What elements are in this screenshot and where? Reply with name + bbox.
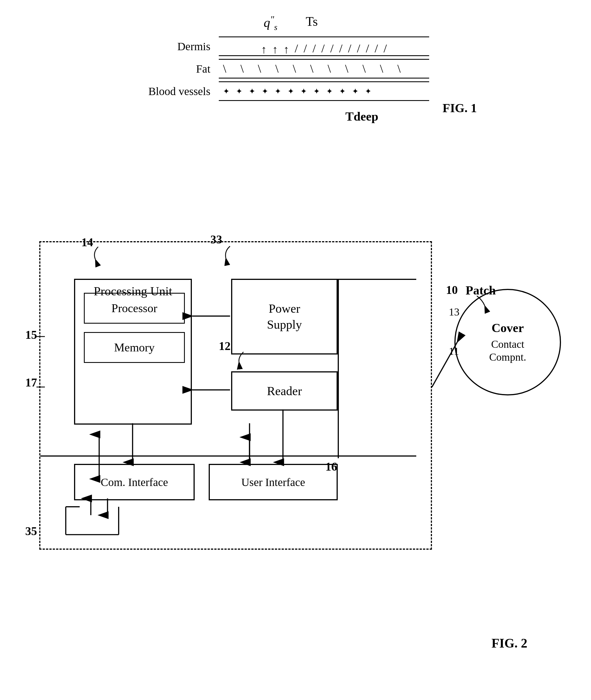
user-interface-label: User Interface [241,476,305,489]
right-divider-h2 [338,456,416,457]
user-interface-box: User Interface [209,464,338,500]
processor-label: Processor [111,301,157,315]
fat-label: Fat [140,62,219,75]
outer-device-box: Processing Unit Processor Memory PowerSu… [39,241,432,550]
arrow-3: ↑ [283,44,289,55]
dermis-label: Dermis [140,40,219,53]
fat-slashes: \ \ \ \ \ \ \ \ \ \ \ [223,62,406,75]
memory-box: Memory [84,332,185,363]
processor-box: Processor [84,293,185,324]
blood-dots: ✦ ✦ ✦ ✦ ✦ ✦ ✦ ✦ ✦ ✦ ✦ ✦ [223,87,374,96]
fig2-label: FIG. 2 [491,636,527,651]
ref-35: 35 [25,524,37,538]
memory-label: Memory [114,341,155,354]
fat-layer: Fat \ \ \ \ \ \ \ \ \ \ \ [140,59,505,78]
arrow-2: ↑ [272,44,278,55]
blood-layer: Blood vessels ✦ ✦ ✦ ✦ ✦ ✦ ✦ ✦ ✦ ✦ ✦ ✦ [140,81,505,101]
com-interface-label: Com. Interface [101,476,168,489]
blood-label: Blood vessels [140,85,219,98]
patch-circle: Cover ContactCompnt. [454,289,561,396]
reader-box: Reader [231,371,338,411]
reader-label: Reader [267,384,302,398]
com-interface-box: Com. Interface [74,464,195,500]
dermis-layer: Dermis ↑ ↑ ↑ / / / / / / / / / / / [140,37,505,56]
bottom-divider [41,456,338,457]
arrow-1: ↑ [261,44,267,55]
ref-15: 15 [25,328,37,342]
ref-13-num: 13 [449,306,459,318]
right-divider-h1 [338,279,416,280]
ref-10: 10 [446,283,458,297]
heat-flux-label: q"s [264,14,277,32]
fat-visual: \ \ \ \ \ \ \ \ \ \ \ [219,59,429,78]
dermis-visual: ↑ ↑ ↑ / / / / / / / / / / / [219,37,429,56]
cover-label: Cover [492,321,524,335]
right-divider [338,279,339,458]
contact-label: ContactCompnt. [489,338,526,363]
power-supply-title: PowerSupply [267,301,302,333]
blood-visual: ✦ ✦ ✦ ✦ ✦ ✦ ✦ ✦ ✦ ✦ ✦ ✦ [219,81,429,101]
ref-17: 17 [25,376,37,389]
fig1-diagram: q"s Ts Dermis ↑ ↑ ↑ / / / / / / / / [56,11,505,124]
fig1-label: FIG. 1 [443,101,477,115]
ts-label: Ts [306,14,318,29]
power-supply-box: PowerSupply [231,279,338,354]
fig2-diagram: 14 15 17 33 12 16 35 10 13 11 [17,219,578,673]
